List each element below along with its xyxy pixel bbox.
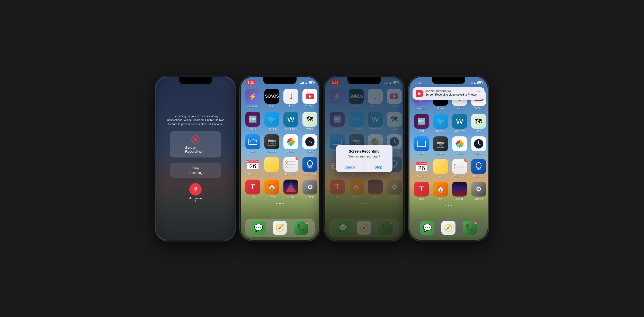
app-tesla[interactable]: T Tesla <box>245 180 260 198</box>
phone3-screen: 8:23 ▲ ⚡CARROTS SONO <box>325 77 403 240</box>
signal-bars-2 <box>300 81 304 84</box>
signal-bars-4 <box>469 81 473 84</box>
app-calendar-label: Calendar <box>248 173 258 175</box>
cc-record-label: Screen Recording <box>185 146 206 153</box>
cc-record-button[interactable]: Screen Recording <box>170 131 221 157</box>
dialog-message: Stop screen recording? <box>341 155 387 158</box>
app-settings[interactable]: ⚙ Settings <box>302 180 317 198</box>
phone2-notch <box>263 77 297 84</box>
battery-icon-2 <box>309 81 314 84</box>
cc-info-text: Everything on your screen, including not… <box>156 114 235 126</box>
app-slack-label: Slack <box>250 128 256 130</box>
iphone-4: 8:23 ▲ ⏺ <box>409 76 488 241</box>
app-mail[interactable]: Mail <box>245 134 260 153</box>
app-slopes-label: Slopes <box>287 195 294 198</box>
svg-text:1: 1 <box>478 167 479 170</box>
dialog-content: Screen Recording Stop screen recording? <box>336 145 392 162</box>
dock4-messages[interactable]: 💬 <box>420 221 434 235</box>
app-tesla-label: Tesla <box>250 195 255 198</box>
phone1-notch <box>179 77 212 84</box>
app-home-label: Home <box>269 195 275 198</box>
app-calendar[interactable]: Wednesday 26 Calendar <box>245 157 260 175</box>
battery-icon-4 <box>477 81 482 84</box>
dialog-buttons: Cancel Stop <box>336 162 392 172</box>
svg-point-0 <box>290 141 292 143</box>
app-settings-label: Settings <box>306 195 314 198</box>
phone2-page-dots <box>241 201 319 206</box>
app-mail-label: Mail <box>251 150 255 153</box>
dock4-safari[interactable]: 🧭 <box>441 221 455 235</box>
notif-app-icon: ⏺ <box>416 90 423 97</box>
app-notes[interactable]: Notes <box>264 157 279 175</box>
app-carrots-label: CARROTS <box>247 105 258 108</box>
app-1password-label: 1Password <box>304 173 316 175</box>
app-youtube[interactable]: YouTube <box>302 89 317 108</box>
dock-messages[interactable]: 💬 <box>252 221 266 235</box>
svg-point-38 <box>458 143 461 145</box>
app-photos-label: Photos <box>287 150 294 153</box>
dialog-stop-button[interactable]: Stop <box>364 162 393 172</box>
app-wordpress[interactable]: W WordPress <box>283 112 298 130</box>
app-maps-label: Maps <box>307 128 313 130</box>
dialog-title: Screen Recording <box>341 149 387 153</box>
phone2-screen: 8:23 ▲ <box>241 77 319 240</box>
wifi-icon-4: ▲ <box>473 81 476 84</box>
notif-time: now <box>477 90 481 92</box>
phone4-dock: 💬 🧭 📞3 <box>414 219 484 237</box>
notif-header: SCREEN RECORDING now <box>425 90 481 92</box>
phone3-dialog-overlay: Screen Recording Stop screen recording? … <box>325 77 403 240</box>
app-photos[interactable]: Photos <box>283 134 298 153</box>
iphone-3: 8:23 ▲ ⚡CARROTS SONO <box>324 76 404 241</box>
dock-safari[interactable]: 🧭 <box>273 221 287 235</box>
cc-stop-button[interactable]: Stop Recording <box>170 163 221 178</box>
record-icon <box>191 135 200 144</box>
app-home[interactable]: 🏠 Home <box>264 180 279 198</box>
app-wordpress-label: WordPress <box>285 128 297 130</box>
record-dot <box>194 138 197 141</box>
app-reminders[interactable]: 2 Reminders <box>283 157 298 175</box>
app-sonos[interactable]: SONOS Sonos <box>264 89 279 108</box>
app-slack[interactable]: 🔤 Slack <box>245 112 260 130</box>
cc-stop-label: Stop Recording <box>189 166 203 175</box>
notif-message: Screen Recording video saved to Photos <box>425 93 481 96</box>
app-music-label: Music <box>288 105 294 107</box>
app-clock[interactable]: Clock <box>302 134 317 153</box>
notif-content: SCREEN RECORDING now Screen Recording vi… <box>425 90 481 96</box>
mic-button[interactable]: 🎙 MicrophoneOn <box>189 183 202 203</box>
phone4-time: 8:23 <box>415 81 421 85</box>
app-slopes[interactable]: Slopes <box>283 180 298 198</box>
app-tweetbot[interactable]: 🐦 Tweetbot <box>264 112 279 130</box>
notification-banner[interactable]: ⏺ SCREEN RECORDING now Screen Recording … <box>413 87 485 100</box>
phone2-time: 8:23 <box>246 80 256 85</box>
phone4-app-grid: ⚡CARROTS SONOSSonos ♩Music YouTube 🔤Slac… <box>409 88 488 203</box>
app-camera[interactable]: 📷 Camera <box>264 134 279 153</box>
dot-2 <box>279 203 281 204</box>
phone2-app-grid: ⚡ CARROTS SONOS Sonos ♩ Music YouTube <box>241 86 319 201</box>
stop-recording-dialog: Screen Recording Stop screen recording? … <box>336 145 392 172</box>
phone4-notch <box>432 77 465 84</box>
dialog-cancel-button[interactable]: Cancel <box>336 162 364 172</box>
app-clock-label: Clock <box>307 150 313 153</box>
app-maps[interactable]: 🗺 Maps <box>302 112 317 130</box>
phone3-notch <box>347 77 381 84</box>
dot-1 <box>276 203 278 204</box>
app-1password[interactable]: 1 1Password <box>302 157 317 175</box>
app-camera-label: Camera <box>268 150 276 153</box>
control-center-overlay: Everything on your screen, including not… <box>156 77 235 240</box>
dock-phone[interactable]: 📞 3 <box>294 221 308 235</box>
notif-app-name: SCREEN RECORDING <box>425 90 451 92</box>
mic-label: MicrophoneOn <box>189 197 202 203</box>
app-reminders-label: Reminders <box>285 173 297 175</box>
iphone-1: ▲ Everything on your screen, including n… <box>156 76 235 241</box>
dot-3 <box>282 203 284 204</box>
calendar-header: Wednesday <box>247 160 259 163</box>
app-carrots[interactable]: ⚡ CARROTS <box>245 89 260 108</box>
phone4-page-dots <box>409 203 488 208</box>
dock4-phone[interactable]: 📞3 <box>463 221 477 235</box>
phones-container: ▲ Everything on your screen, including n… <box>150 71 494 246</box>
phone1-screen: ▲ Everything on your screen, including n… <box>156 77 235 240</box>
wifi-icon-2: ▲ <box>305 81 308 84</box>
phone4-status-icons: ▲ <box>469 81 482 84</box>
app-music[interactable]: ♩ Music <box>283 89 298 108</box>
calendar-date: 26 <box>249 163 256 169</box>
